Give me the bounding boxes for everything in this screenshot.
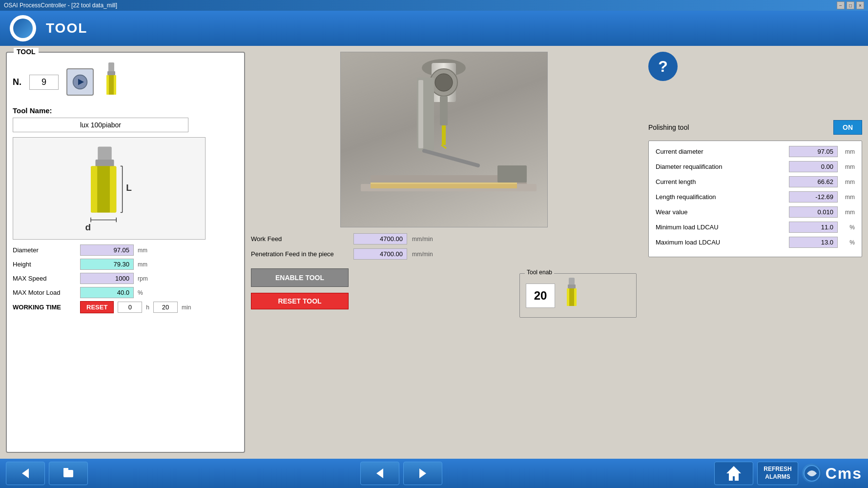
minutes-value[interactable]: 20: [153, 302, 178, 313]
footer-back-button[interactable]: [6, 462, 45, 485]
diameter-requalification-unit: mm: [843, 163, 855, 170]
max-load-label: Maximum load LDCAU: [656, 239, 784, 246]
play-button[interactable]: [66, 68, 94, 96]
footer-refresh-button[interactable]: REFRESH ALARMS: [757, 462, 798, 485]
max-speed-row: MAX Speed 1000 rpm: [13, 273, 238, 284]
footer-home-button[interactable]: [714, 462, 753, 485]
close-button[interactable]: ×: [856, 1, 864, 9]
tool-name-value[interactable]: lux 100piabor: [13, 118, 188, 132]
svg-text:d: d: [85, 222, 91, 232]
svg-rect-45: [63, 470, 73, 477]
svg-line-31: [441, 145, 446, 148]
cms-text: Cms: [826, 465, 862, 483]
cms-logo: Cms: [802, 464, 862, 483]
enable-tool-button[interactable]: ENABLE TOOL: [251, 268, 349, 287]
svg-rect-38: [569, 278, 575, 285]
height-label: Height: [13, 261, 76, 268]
wear-value-unit: mm: [843, 209, 855, 216]
tool-diagram: L d: [13, 137, 206, 240]
tool-diagram-svg: L d: [70, 142, 148, 235]
page-title: TOOL: [46, 20, 87, 36]
footer-files-button[interactable]: [49, 462, 88, 485]
work-feed-value[interactable]: 4700.00: [353, 233, 407, 244]
wear-value-value[interactable]: 0.010: [789, 206, 838, 218]
diameter-requalification-label: Diameter requalification: [656, 163, 784, 170]
feed-section: Work Feed 4700.00 mm/min Penetration Fee…: [251, 233, 637, 264]
minimize-button[interactable]: −: [837, 1, 845, 9]
help-button[interactable]: ?: [648, 52, 678, 81]
diameter-unit: mm: [138, 247, 155, 254]
main-content: TOOL N. 9 Too: [0, 46, 868, 459]
svg-line-37: [424, 151, 478, 165]
svg-rect-13: [97, 166, 110, 212]
height-value[interactable]: 79.30: [80, 259, 134, 270]
current-length-label: Current length: [656, 178, 784, 185]
current-diameter-value[interactable]: 97.05: [789, 146, 838, 157]
header: TOOL: [0, 11, 868, 46]
svg-rect-46: [63, 468, 68, 471]
svg-rect-30: [442, 125, 446, 145]
max-motor-load-value[interactable]: 40.0: [80, 287, 134, 298]
diameter-value[interactable]: 97.05: [80, 244, 134, 256]
length-requalification-row: Length requalification -12.69 mm: [656, 191, 855, 203]
reset-working-time-button[interactable]: RESET: [80, 301, 114, 313]
diameter-label: Diameter: [13, 246, 76, 254]
min-load-unit: %: [843, 224, 855, 231]
minutes-unit: min: [182, 304, 191, 311]
working-time-row: WORKING TIME RESET 0 h 20 min: [13, 301, 238, 313]
tool-enab-number: 20: [526, 284, 555, 308]
polishing-on-button[interactable]: ON: [833, 120, 862, 135]
length-requalification-unit: mm: [843, 194, 855, 201]
current-length-value[interactable]: 66.62: [789, 176, 838, 187]
help-icon: ?: [658, 58, 668, 76]
svg-rect-35: [371, 183, 517, 184]
footer: REFRESH ALARMS Cms: [0, 459, 868, 488]
diameter-row: Diameter 97.05 mm: [13, 244, 238, 256]
working-time-label: WORKING TIME: [13, 304, 76, 311]
height-unit: mm: [138, 261, 155, 268]
polishing-label: Polishing tool: [648, 123, 824, 131]
reset-tool-button[interactable]: RESET TOOL: [251, 293, 349, 309]
svg-rect-39: [568, 285, 576, 288]
max-load-unit: %: [843, 239, 855, 246]
max-load-value[interactable]: 13.0: [789, 237, 838, 248]
svg-marker-47: [376, 468, 383, 478]
titlebar-controls[interactable]: − □ ×: [837, 1, 864, 9]
max-speed-unit: rpm: [138, 275, 155, 282]
length-requalification-value[interactable]: -12.69: [789, 191, 838, 203]
polishing-row: Polishing tool ON: [648, 120, 862, 135]
current-diameter-label: Current diameter: [656, 148, 784, 155]
svg-rect-36: [497, 165, 527, 183]
right-panel: ? Polishing tool ON Current diameter 97.…: [642, 52, 862, 453]
hours-value[interactable]: 0: [118, 302, 142, 313]
diameter-requalification-value[interactable]: 0.00: [789, 161, 838, 172]
tool-number[interactable]: 9: [29, 75, 59, 90]
max-motor-load-unit: %: [138, 289, 155, 296]
svg-rect-5: [106, 75, 109, 95]
hours-unit: h: [146, 304, 149, 311]
footer-nav-back-button[interactable]: [360, 462, 399, 485]
wear-value-row: Wear value 0.010 mm: [656, 206, 855, 218]
current-diameter-unit: mm: [843, 148, 855, 155]
footer-nav-group: [360, 462, 442, 485]
penetration-feed-label: Penetration Feed in the piece: [251, 250, 349, 258]
max-speed-value[interactable]: 1000: [80, 273, 134, 284]
svg-rect-42: [574, 288, 577, 306]
center-panel: Work Feed 4700.00 mm/min Penetration Fee…: [245, 52, 642, 453]
button-column: ENABLE TOOL RESET TOOL: [251, 268, 349, 309]
svg-marker-44: [22, 468, 29, 478]
min-load-value[interactable]: 11.0: [789, 222, 838, 233]
height-row: Height 79.30 mm: [13, 259, 238, 270]
nav-back-icon: [372, 466, 387, 481]
left-panel: TOOL N. 9 Too: [6, 52, 245, 453]
left-panel-title: TOOL: [14, 48, 39, 56]
min-load-row: Minimum load LDCAU 11.0 %: [656, 222, 855, 233]
tool-enab-svg: [563, 278, 580, 312]
restore-button[interactable]: □: [847, 1, 854, 9]
svg-rect-12: [109, 166, 116, 212]
svg-rect-2: [108, 62, 114, 72]
footer-nav-fwd-button[interactable]: [403, 462, 442, 485]
penetration-feed-row: Penetration Feed in the piece 4700.00 mm…: [251, 248, 637, 260]
penetration-feed-value[interactable]: 4700.00: [353, 248, 407, 260]
length-requalification-label: Length requalification: [656, 193, 784, 201]
